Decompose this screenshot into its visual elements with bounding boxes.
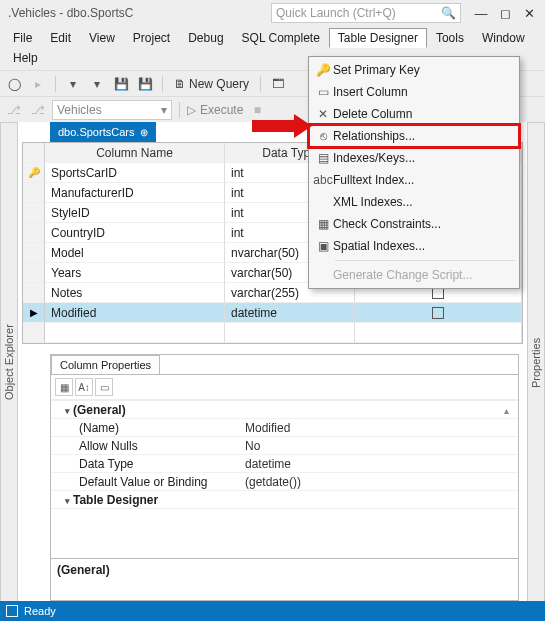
cell-allow-nulls[interactable]	[355, 303, 522, 323]
categorized-button[interactable]: ▦	[55, 378, 73, 396]
cell-column-name[interactable]: SportsCarID	[45, 163, 225, 183]
row-header[interactable]	[23, 243, 45, 263]
quick-launch-placeholder: Quick Launch (Ctrl+Q)	[276, 6, 441, 20]
execute-button[interactable]: ▷ Execute	[187, 103, 243, 117]
property-value[interactable]: datetime	[241, 457, 518, 471]
menu-sql-complete[interactable]: SQL Complete	[233, 28, 329, 48]
property-key: Data Type	[51, 457, 241, 471]
cell-column-name[interactable]: Modified	[45, 303, 225, 323]
menu-item-check-constraints[interactable]: ▦Check Constraints...	[309, 213, 519, 235]
cell-column-name[interactable]: Years	[45, 263, 225, 283]
menu-file[interactable]: File	[4, 28, 41, 48]
property-group[interactable]: Table Designer	[51, 493, 241, 507]
menu-item-label: Fulltext Index...	[333, 173, 414, 187]
menu-item-insert-column[interactable]: ▭Insert Column	[309, 81, 519, 103]
status-text: Ready	[24, 605, 56, 617]
open-button[interactable]: ▾	[87, 74, 107, 94]
properties-panel-tab[interactable]: Properties	[527, 122, 545, 603]
document-tab[interactable]: dbo.SportsCars ⊕	[50, 122, 156, 142]
checkbox-icon[interactable]	[432, 307, 444, 319]
menu-item-icon: abc	[313, 173, 333, 187]
menu-item-set-primary-key[interactable]: 🔑Set Primary Key	[309, 59, 519, 81]
window-title: .Vehicles - dbo.SportsC	[8, 6, 143, 20]
menu-item-xml-indexes[interactable]: XML Indexes...	[309, 191, 519, 213]
row-header[interactable]	[23, 283, 45, 303]
property-row[interactable]: Allow NullsNo	[51, 437, 518, 455]
property-value[interactable]: (getdate())	[241, 475, 518, 489]
cell-column-name[interactable]: Model	[45, 243, 225, 263]
row-header[interactable]: ▶	[23, 303, 45, 323]
menu-item-icon: ▭	[313, 85, 333, 99]
minimize-button[interactable]: —	[469, 6, 493, 21]
status-bar: Ready	[0, 601, 545, 621]
tab-column-properties[interactable]: Column Properties	[51, 355, 160, 374]
save-button[interactable]: 💾	[111, 74, 131, 94]
property-row[interactable]: (Name)Modified	[51, 419, 518, 437]
quick-launch-input[interactable]: Quick Launch (Ctrl+Q) 🔍	[271, 3, 461, 23]
nav-back-button[interactable]: ◯	[4, 74, 24, 94]
row-header[interactable]	[23, 203, 45, 223]
menu-tools[interactable]: Tools	[427, 28, 473, 48]
database-combo-value: Vehicles	[57, 103, 102, 117]
menu-table-designer[interactable]: Table Designer	[329, 28, 427, 48]
menu-item-indexes-keys[interactable]: ▤Indexes/Keys...	[309, 147, 519, 169]
table-row-empty[interactable]	[23, 323, 522, 343]
object-explorer-panel-tab[interactable]: Object Explorer	[0, 122, 18, 603]
row-header[interactable]: 🔑	[23, 163, 45, 183]
menu-item-label: Generate Change Script...	[333, 268, 472, 282]
menu-project[interactable]: Project	[124, 28, 179, 48]
menu-item-label: XML Indexes...	[333, 195, 413, 209]
menu-item-spatial-indexes[interactable]: ▣Spatial Indexes...	[309, 235, 519, 257]
property-row[interactable]: Default Value or Binding(getdate())	[51, 473, 518, 491]
branch-icon[interactable]: ⎇	[4, 100, 24, 120]
property-key: (Name)	[51, 421, 241, 435]
tool-button[interactable]: 🗔	[268, 74, 288, 94]
cell-column-name[interactable]: Notes	[45, 283, 225, 303]
cell-data-type[interactable]: datetime	[225, 303, 355, 323]
execute-label: Execute	[200, 103, 243, 117]
menu-item-fulltext-index[interactable]: abcFulltext Index...	[309, 169, 519, 191]
property-row[interactable]: Data Typedatetime	[51, 455, 518, 473]
cell-column-name[interactable]: ManufacturerID	[45, 183, 225, 203]
menu-window[interactable]: Window	[473, 28, 534, 48]
branch2-icon[interactable]: ⎇	[28, 100, 48, 120]
row-header[interactable]	[23, 183, 45, 203]
new-query-button[interactable]: 🗎 New Query	[170, 77, 253, 91]
properties-description: (General)	[51, 558, 518, 600]
table-row[interactable]: ▶Modifieddatetime	[23, 303, 522, 323]
alphabetical-button[interactable]: A↕	[75, 378, 93, 396]
nav-fwd-button[interactable]: ▸	[28, 74, 48, 94]
pin-icon[interactable]: ⊕	[140, 127, 148, 138]
row-header[interactable]	[23, 263, 45, 283]
properties-desc-title: (General)	[57, 563, 110, 577]
col-header-name[interactable]: Column Name	[45, 143, 225, 163]
properties-list[interactable]: (General)(Name)ModifiedAllow NullsNoData…	[51, 400, 518, 558]
row-header[interactable]	[23, 223, 45, 243]
property-value[interactable]: No	[241, 439, 518, 453]
menu-view[interactable]: View	[80, 28, 124, 48]
menu-item-icon: ⎋	[313, 129, 333, 143]
window-buttons: — ◻ ✕	[469, 6, 541, 21]
menu-help[interactable]: Help	[4, 48, 44, 68]
database-combo[interactable]: Vehicles ▾	[52, 100, 172, 120]
scroll-up-icon[interactable]: ▴	[504, 405, 516, 417]
cell-column-name[interactable]: StyleID	[45, 203, 225, 223]
cell-column-name[interactable]: CountryID	[45, 223, 225, 243]
menu-item-generate-change-script: Generate Change Script...	[309, 264, 519, 286]
menu-item-relationships[interactable]: ⎋Relationships...	[309, 125, 519, 147]
menu-item-icon: ▤	[313, 151, 333, 165]
menu-edit[interactable]: Edit	[41, 28, 80, 48]
menu-debug[interactable]: Debug	[179, 28, 232, 48]
column-properties-panel: Column Properties ▦ A↕ ▭ (General)(Name)…	[50, 354, 519, 601]
menu-item-label: Relationships...	[333, 129, 415, 143]
menu-item-delete-column[interactable]: ✕Delete Column	[309, 103, 519, 125]
maximize-button[interactable]: ◻	[493, 6, 517, 21]
row-header-blank	[23, 143, 45, 163]
props-pages-button[interactable]: ▭	[95, 378, 113, 396]
save-all-button[interactable]: 💾	[135, 74, 155, 94]
close-button[interactable]: ✕	[517, 6, 541, 21]
property-value[interactable]: Modified	[241, 421, 518, 435]
new-project-button[interactable]: ▾	[63, 74, 83, 94]
property-group[interactable]: (General)	[51, 403, 241, 417]
document-tab-title: dbo.SportsCars	[58, 126, 134, 138]
